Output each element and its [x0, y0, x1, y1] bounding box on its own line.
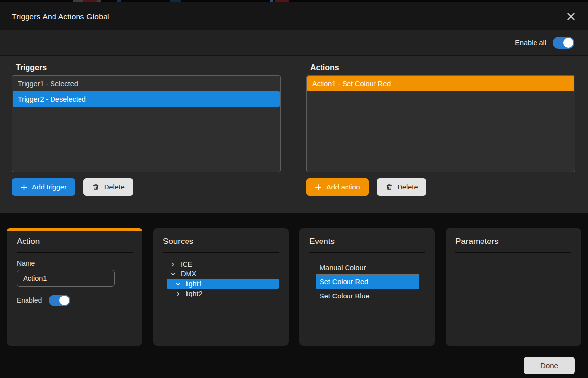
action-card: Action Name Enabled	[7, 228, 142, 346]
sources-tree[interactable]: ICEDMXlight1light2	[167, 259, 279, 298]
trigger-list-item[interactable]: Trigger2 - Deselected	[13, 91, 280, 107]
add-trigger-button[interactable]: Add trigger	[12, 178, 75, 196]
trash-icon	[92, 183, 100, 191]
action-enabled-toggle[interactable]	[49, 295, 70, 306]
name-label: Name	[17, 259, 133, 267]
trash-icon	[385, 183, 393, 191]
action-card-accent	[7, 228, 142, 231]
detail-section: Action Name Enabled Sources ICEDMXlight1…	[0, 213, 588, 378]
sources-card-heading: Sources	[163, 228, 279, 246]
actions-panel: Actions Action1 - Set Colour Red Add act…	[294, 56, 588, 213]
enabled-row: Enabled	[17, 295, 133, 306]
action-name-input[interactable]	[17, 270, 115, 287]
delete-trigger-button[interactable]: Delete	[83, 178, 133, 196]
action-list-item[interactable]: Action1 - Set Colour Red	[307, 76, 574, 91]
add-action-label: Add action	[326, 183, 360, 191]
tree-item-light2[interactable]: light2	[167, 289, 279, 298]
actions-listbox[interactable]: Action1 - Set Colour Red	[306, 75, 575, 172]
delete-action-button[interactable]: Delete	[377, 178, 427, 196]
actions-heading: Actions	[310, 63, 575, 72]
dialog-title: Triggers And Actions Global	[12, 12, 109, 21]
delete-trigger-label: Delete	[104, 183, 125, 191]
chevron-down-icon[interactable]	[175, 281, 181, 287]
enable-all-toggle[interactable]	[553, 37, 574, 49]
event-list-item[interactable]: Manual Colour	[316, 261, 419, 275]
divider	[455, 252, 571, 253]
tree-item-ICE[interactable]: ICE	[167, 259, 279, 269]
add-action-button[interactable]: Add action	[306, 178, 369, 196]
plus-icon	[315, 184, 322, 191]
dialog-titlebar: Triggers And Actions Global	[0, 2, 588, 30]
events-card-heading: Events	[309, 228, 425, 246]
done-button[interactable]: Done	[524, 357, 575, 374]
tree-item-label: light2	[186, 290, 203, 297]
toggle-knob	[563, 38, 573, 48]
add-trigger-label: Add trigger	[32, 183, 67, 191]
sources-card: Sources ICEDMXlight1light2	[153, 228, 289, 346]
plus-icon	[20, 184, 27, 191]
tree-item-label: ICE	[181, 260, 192, 268]
events-list[interactable]: Manual ColourSet Colour RedSet Colour Bl…	[316, 261, 419, 303]
events-card: Events Manual ColourSet Colour RedSet Co…	[299, 228, 435, 346]
triggers-panel: Triggers Trigger1 - SelectedTrigger2 - D…	[0, 56, 294, 213]
enable-all-row: Enable all	[0, 30, 588, 56]
upper-panels: Triggers Trigger1 - SelectedTrigger2 - D…	[0, 56, 588, 213]
triggers-heading: Triggers	[16, 63, 281, 72]
actions-buttons: Add action Delete	[306, 178, 575, 196]
tree-item-light1[interactable]: light1	[167, 279, 279, 289]
event-list-item[interactable]: Set Colour Blue	[316, 289, 419, 303]
chevron-right-icon[interactable]	[170, 261, 176, 267]
parameters-card-heading: Parameters	[455, 228, 571, 246]
trigger-list-item[interactable]: Trigger1 - Selected	[13, 76, 280, 91]
triggers-actions-dialog: Triggers And Actions Global Enable all T…	[0, 2, 588, 378]
parameters-card: Parameters	[446, 228, 581, 346]
enabled-label: Enabled	[17, 297, 42, 304]
enable-all-label: Enable all	[515, 39, 546, 47]
chevron-down-icon[interactable]	[170, 271, 176, 277]
tree-item-label: DMX	[181, 270, 196, 278]
divider	[163, 252, 279, 253]
divider	[17, 252, 133, 253]
close-button[interactable]	[563, 9, 578, 24]
tree-item-label: light1	[186, 280, 203, 288]
triggers-listbox[interactable]: Trigger1 - SelectedTrigger2 - Deselected	[12, 75, 281, 172]
divider	[309, 252, 425, 253]
event-list-item[interactable]: Set Colour Red	[316, 275, 419, 289]
triggers-buttons: Add trigger Delete	[12, 178, 281, 196]
toggle-knob	[59, 296, 69, 305]
tree-item-DMX[interactable]: DMX	[167, 269, 279, 279]
detail-cards: Action Name Enabled Sources ICEDMXlight1…	[7, 228, 581, 346]
delete-action-label: Delete	[398, 183, 418, 191]
close-icon	[566, 12, 576, 21]
chevron-right-icon[interactable]	[175, 291, 181, 297]
